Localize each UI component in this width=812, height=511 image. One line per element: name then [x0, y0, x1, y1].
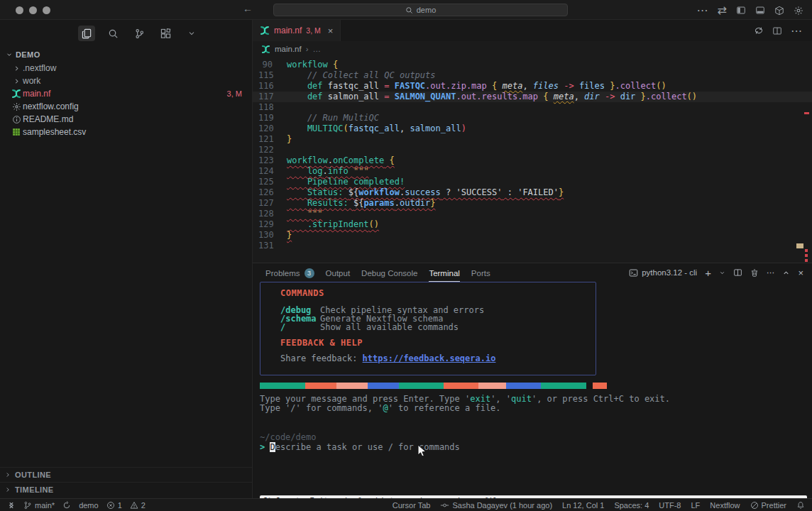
- zoom-window-icon[interactable]: [43, 6, 50, 14]
- layout-sidebar-icon[interactable]: [736, 6, 746, 15]
- code-line-127[interactable]: 127 Results: ${params.outdir}: [253, 198, 812, 209]
- timeline-section-header[interactable]: TIMELINE: [0, 482, 252, 497]
- panel-tab-ports[interactable]: Ports: [471, 263, 490, 282]
- status-1[interactable]: 1: [106, 501, 122, 510]
- source-control-icon[interactable]: [131, 26, 148, 41]
- panel-header: Problems3OutputDebug ConsoleTerminalPort…: [253, 263, 812, 282]
- new-terminal-icon[interactable]: +: [705, 267, 711, 279]
- code-line-122[interactable]: 122: [253, 145, 812, 155]
- status-2[interactable]: 2: [130, 501, 146, 510]
- file-tree: .nextflowworkmain.nf3, Mnextflow.configR…: [0, 62, 252, 138]
- minimap-highlight-mark: [796, 243, 803, 248]
- layout-panel-icon[interactable]: [755, 6, 765, 15]
- code-line-118[interactable]: 118: [253, 102, 812, 113]
- code-line-130[interactable]: 130}: [253, 230, 812, 241]
- code-line-128[interactable]: 128 """: [253, 209, 812, 219]
- feedback-link[interactable]: https://feedback.seqera.io: [363, 353, 496, 363]
- split-editor-icon[interactable]: [772, 26, 782, 35]
- file-row-samplesheet-csv[interactable]: samplesheet.csv: [0, 126, 252, 138]
- explorer-files-icon[interactable]: [78, 26, 95, 41]
- maximize-panel-icon[interactable]: [782, 269, 790, 277]
- status-main[interactable]: main*: [23, 501, 55, 510]
- status-spaces-4[interactable]: Spaces: 4: [614, 501, 649, 510]
- file-row-nextflow-config[interactable]: nextflow.config: [0, 100, 252, 113]
- extensions-icon[interactable]: [157, 26, 174, 41]
- code-line-131[interactable]: 131: [253, 241, 812, 251]
- status-utf-8[interactable]: UTF-8: [659, 501, 681, 510]
- code-editor[interactable]: 90workflow {115 // Collect all QC output…: [253, 57, 812, 263]
- terminal-view[interactable]: COMMANDS /debugCheck pipeline syntax and…: [260, 282, 807, 498]
- command-description: Generate Nextflow schema: [320, 314, 443, 323]
- close-panel-icon[interactable]: ×: [798, 268, 803, 278]
- line-number: 118: [253, 102, 273, 113]
- code-line-116[interactable]: 116 def fastqc_all = FASTQC.out.zip.map …: [253, 81, 812, 92]
- code-line-124[interactable]: 124 log.info """: [253, 166, 812, 177]
- outline-section-header[interactable]: OUTLINE: [0, 467, 252, 482]
- code-line-125[interactable]: 125 Pipeline completed!: [253, 177, 812, 187]
- status-nextflow[interactable]: Nextflow: [710, 501, 740, 510]
- status-sync[interactable]: [62, 501, 71, 510]
- file-row--nextflow[interactable]: .nextflow: [0, 62, 252, 75]
- code-line-115[interactable]: 115 // Collect all QC outputs: [253, 70, 812, 81]
- gear-icon: [12, 102, 21, 111]
- status-cursor-tab[interactable]: Cursor Tab: [393, 501, 431, 510]
- settings-gear-icon[interactable]: [794, 6, 803, 16]
- terminal-cwd: ~/code/demo: [260, 432, 807, 442]
- sync-arrows-icon[interactable]: ⇄: [718, 4, 727, 17]
- code-line-117[interactable]: 117 def salmon_all = SALMON_QUANT.out.re…: [253, 92, 812, 102]
- terminal-session-label: python3.12 - cli: [642, 268, 697, 277]
- editor-more-actions-icon[interactable]: ⋯: [791, 24, 802, 38]
- code-line-90[interactable]: 90workflow {: [253, 60, 812, 70]
- chevron-down-icon[interactable]: [183, 26, 200, 41]
- window-controls[interactable]: [16, 6, 50, 14]
- status-label: Prettier: [762, 501, 786, 510]
- file-row-work[interactable]: work: [0, 75, 252, 87]
- code-line-123[interactable]: 123workflow.onComplete {: [253, 155, 812, 166]
- code-line-121[interactable]: 121}: [253, 134, 812, 145]
- close-tab-icon[interactable]: ×: [328, 26, 334, 36]
- terminal-session[interactable]: python3.12 - cli: [629, 268, 697, 278]
- file-label: work: [23, 76, 40, 86]
- file-label: main.nf: [23, 89, 50, 99]
- back-icon[interactable]: ←: [243, 3, 253, 14]
- panel-tab-terminal[interactable]: Terminal: [429, 263, 459, 282]
- code-line-129[interactable]: 129 .stripIndent(): [253, 219, 812, 230]
- status-lf[interactable]: LF: [691, 501, 701, 510]
- panel-tab-debug-console[interactable]: Debug Console: [361, 263, 417, 282]
- minimize-window-icon[interactable]: [29, 6, 37, 14]
- code-line-119[interactable]: 119 // Run MultiQC: [253, 113, 812, 123]
- line-number: 122: [253, 145, 273, 155]
- tab-main-nf[interactable]: main.nf 3, M ×: [253, 20, 341, 41]
- workspace-section-header[interactable]: DEMO: [0, 47, 252, 62]
- command-row: /schemaGenerate Nextflow schema: [280, 314, 596, 323]
- command-center-search[interactable]: demo: [273, 4, 568, 16]
- panel-tab-output[interactable]: Output: [326, 263, 351, 282]
- command-description: Show all available commands: [320, 323, 459, 331]
- code-line-120[interactable]: 120 MULTIQC(fastqc_all, salmon_all): [253, 123, 812, 134]
- compare-changes-icon[interactable]: [754, 26, 764, 35]
- close-window-icon[interactable]: [16, 6, 23, 14]
- panel-tab-problems[interactable]: Problems3: [265, 263, 314, 282]
- panel-tab-label: Ports: [471, 269, 490, 278]
- file-row-main-nf[interactable]: main.nf3, M: [0, 87, 252, 100]
- extension-cube-icon[interactable]: [774, 6, 784, 16]
- code-line-126[interactable]: 126 Status: ${workflow.success ? 'SUCCES…: [253, 187, 812, 198]
- status-sasha-dagayev-1-hour-ago[interactable]: Sasha Dagayev (1 hour ago): [440, 501, 552, 510]
- panel-more-actions-icon[interactable]: ⋯: [767, 268, 775, 278]
- split-terminal-icon[interactable]: [733, 268, 742, 277]
- status-demo[interactable]: demo: [79, 501, 99, 510]
- breadcrumb-file[interactable]: main.nf: [275, 45, 302, 53]
- chevron-down-icon[interactable]: [719, 270, 725, 276]
- status-ln-12-col-1[interactable]: Ln 12, Col 1: [562, 501, 604, 510]
- breadcrumb-symbol[interactable]: …: [313, 45, 322, 53]
- status-bell[interactable]: [796, 501, 805, 510]
- search-panel-icon[interactable]: [104, 26, 121, 41]
- kill-terminal-trash-icon[interactable]: [750, 268, 759, 278]
- breadcrumb[interactable]: main.nf › …: [253, 41, 812, 57]
- more-actions-icon[interactable]: ⋯: [697, 4, 708, 17]
- line-number: 90: [253, 60, 273, 70]
- file-row-README-md[interactable]: README.md: [0, 113, 252, 126]
- terminal-prompt-input[interactable]: > Describe a task or use / for commands: [260, 442, 807, 452]
- status-remote[interactable]: [7, 501, 16, 510]
- status-prettier[interactable]: Prettier: [750, 501, 786, 510]
